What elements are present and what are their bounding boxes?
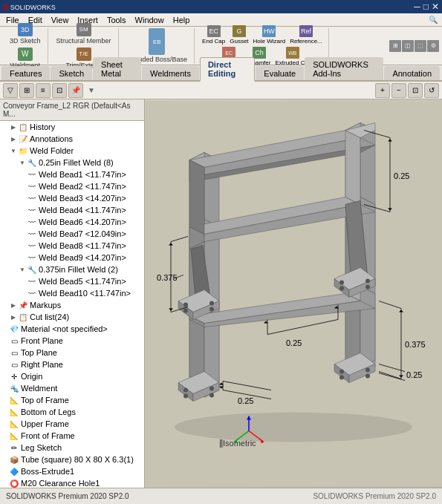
- zoom-out-button[interactable]: −: [391, 83, 406, 98]
- tab-direct-editing[interactable]: Direct Editing: [200, 57, 255, 82]
- fit-screen-button[interactable]: ⊡: [408, 83, 423, 98]
- tree-item-top-plane[interactable]: ▭ Top Plane: [0, 347, 144, 359]
- gusset-button[interactable]: G Gusset: [228, 24, 250, 45]
- weld-bead8-icon: 〰: [27, 240, 37, 251]
- expand-history[interactable]: ▶: [9, 122, 18, 131]
- tree-item-right-plane[interactable]: ▭ Right Plane: [0, 359, 144, 370]
- top-frame-icon: 📐: [9, 395, 19, 405]
- tree-item-annotations[interactable]: ▶ 📝 Annotations: [0, 133, 144, 145]
- maximize-button[interactable]: □: [423, 1, 429, 12]
- weld-bead10-icon: 〰: [27, 288, 37, 298]
- view-btn2[interactable]: ≡: [36, 83, 51, 98]
- tree-item-leg-sketch[interactable]: ✏ Leg Sketch: [0, 442, 144, 454]
- tree-item-weld-folder[interactable]: ▼ 📁 Weld Folder: [0, 145, 144, 157]
- expand-fillet-0375[interactable]: ▼: [18, 265, 27, 274]
- 3d-sketch-button[interactable]: 3D 3D Sketch: [7, 22, 43, 45]
- right-toolbar-icons: + − ⊡ ↺: [375, 83, 439, 98]
- tab-features[interactable]: Features: [1, 66, 50, 80]
- pin-button[interactable]: 📌: [68, 83, 83, 98]
- tab-weldments[interactable]: Weldments: [142, 66, 199, 80]
- view-settings-icon[interactable]: ⚙: [427, 40, 439, 52]
- tree-item-fillet-weld-0375[interactable]: ▼ 🔧 0.375in Fillet Weld (2): [0, 264, 144, 275]
- tree-item-history[interactable]: ▶ 📋 History: [0, 121, 144, 133]
- tree-item-clearance-hole[interactable]: ⭕ M20 Clearance Hole1: [0, 477, 144, 488]
- tree-item-cut-list[interactable]: ▶ 📋 Cut list(24): [0, 311, 144, 323]
- tree-item-front-plane[interactable]: ▭ Front Plane: [0, 335, 144, 347]
- weld-bead1-icon: 〰: [27, 169, 37, 180]
- tab-evaluate[interactable]: Evaluate: [256, 66, 304, 80]
- view-btn1[interactable]: ⊞: [19, 83, 34, 98]
- tree-item-weld-bead5[interactable]: 〰 Weld Bead5 <11.747in>: [0, 275, 144, 287]
- tab-sketch[interactable]: Sketch: [51, 66, 92, 80]
- svg-point-55: [365, 374, 370, 379]
- end-cap-button[interactable]: EC End Cap: [201, 24, 227, 45]
- tree-item-tube[interactable]: 📦 Tube (square) 80 X 80 X 6.3(1): [0, 454, 144, 465]
- main-content: Conveyor Frame_L2 RGR (Default<As M... ▶…: [0, 99, 442, 488]
- tree-item-weld-bead2[interactable]: 〰 Weld Bead2 <11.747in>: [0, 180, 144, 192]
- display-style-icon[interactable]: ◫: [402, 40, 414, 52]
- menu-window[interactable]: Window: [131, 15, 169, 25]
- svg-text:0.375: 0.375: [405, 340, 426, 349]
- tree-item-weld-bead6[interactable]: 〰 Weld Bead6 <14.207in>: [0, 216, 144, 228]
- expand-weld-folder[interactable]: ▼: [9, 146, 18, 155]
- weld-bead2-icon: 〰: [27, 181, 37, 192]
- zoom-in-button[interactable]: +: [375, 83, 390, 98]
- tree-item-weld-bead3[interactable]: 〰 Weld Bead3 <14.207in>: [0, 192, 144, 204]
- status-bar: SOLIDWORKS Premium 2020 SP2.0 SOLIDWORKS…: [0, 488, 442, 504]
- cut-list-icon: 📋: [18, 312, 28, 322]
- svg-marker-22: [345, 131, 360, 205]
- tree-item-top-frame[interactable]: 📐 Top of Frame: [0, 394, 144, 406]
- annotations-icon: 📝: [18, 134, 28, 144]
- front-frame-icon: 📐: [9, 431, 19, 441]
- close-button[interactable]: ✕: [432, 1, 439, 12]
- menu-help[interactable]: Help: [169, 15, 195, 25]
- expand-markups[interactable]: ▶: [9, 301, 18, 310]
- tree-item-weld-bead8[interactable]: 〰 Weld Bead8 <11.747in>: [0, 240, 144, 252]
- tree-item-weld-bead10[interactable]: 〰 Weld Bead10 <11.747in>: [0, 287, 144, 299]
- hole-wizard-button[interactable]: HW Hole Wizard: [252, 24, 287, 45]
- tree-item-weld-bead7[interactable]: 〰 Weld Bead7 <12.049in>: [0, 228, 144, 240]
- tree-item-front-frame[interactable]: 📐 Front of Frame: [0, 430, 144, 442]
- tree-item-weldment[interactable]: 🔩 Weldment: [0, 382, 144, 394]
- tree-item-fillet-weld-025[interactable]: ▼ 🔧 0.25in Fillet Weld (8): [0, 157, 144, 168]
- structural-member-button[interactable]: SM Structural Member: [54, 22, 114, 45]
- tree-item-material[interactable]: 💎 Material <not specified>: [0, 323, 144, 335]
- rotate-button[interactable]: ↺: [424, 83, 439, 98]
- tree-item-upper-frame[interactable]: 📐 Upper Frame: [0, 418, 144, 430]
- svg-point-52: [339, 370, 344, 374]
- tube-icon: 📦: [9, 454, 19, 465]
- tree-item-boss-extrude[interactable]: 🔷 Boss-Extrude1: [0, 465, 144, 477]
- weld-bead5-icon: 〰: [27, 276, 37, 287]
- tree-item-weld-bead9[interactable]: 〰 Weld Bead9 <14.207in>: [0, 252, 144, 264]
- section-view-icon[interactable]: ⬚: [415, 40, 426, 52]
- view-btn3[interactable]: ⊡: [52, 83, 67, 98]
- tab-annotation[interactable]: Annotation: [384, 66, 440, 80]
- expand-cut-list[interactable]: ▶: [9, 312, 18, 321]
- minimize-button[interactable]: ─: [414, 1, 420, 12]
- reference-button[interactable]: Ref Reference...: [288, 24, 324, 45]
- tree-item-markups[interactable]: ▶ 📌 Markups: [0, 299, 144, 311]
- tree-item-bottom-legs[interactable]: 📐 Bottom of Legs: [0, 406, 144, 418]
- search-box[interactable]: 🔍: [424, 15, 441, 24]
- tree-item-weld-bead4[interactable]: 〰 Weld Bead4 <11.747in>: [0, 204, 144, 216]
- svg-point-59: [209, 307, 214, 312]
- tab-sheet-metal[interactable]: Sheet Metal: [93, 57, 141, 80]
- view-orient-icon[interactable]: ⊞: [389, 40, 401, 52]
- tab-addins[interactable]: SOLIDWORKS Add-Ins: [305, 57, 383, 80]
- tree-item-origin[interactable]: ✛ Origin: [0, 370, 144, 382]
- weld-bead3-icon: 〰: [27, 193, 37, 203]
- weldment-icon: 🔩: [9, 383, 19, 393]
- svg-text:0.25: 0.25: [286, 338, 302, 347]
- svg-text:0.25: 0.25: [406, 370, 422, 379]
- viewport[interactable]: 0.375 0.25 0.25: [145, 99, 442, 488]
- sketch-tools-group: 3D 3D Sketch W Weldment: [3, 28, 48, 64]
- tree-item-weld-bead1[interactable]: 〰 Weld Bead1 <11.747in>: [0, 168, 144, 180]
- weld-bead9-icon: 〰: [27, 252, 37, 263]
- svg-point-60: [339, 281, 344, 285]
- svg-point-57: [209, 301, 214, 306]
- svg-text:0.25: 0.25: [394, 171, 409, 180]
- filter-button[interactable]: ▽: [3, 83, 18, 98]
- expand-fillet-025[interactable]: ▼: [18, 158, 27, 167]
- expand-annotations[interactable]: ▶: [9, 134, 18, 143]
- svg-text:0.25: 0.25: [238, 396, 253, 405]
